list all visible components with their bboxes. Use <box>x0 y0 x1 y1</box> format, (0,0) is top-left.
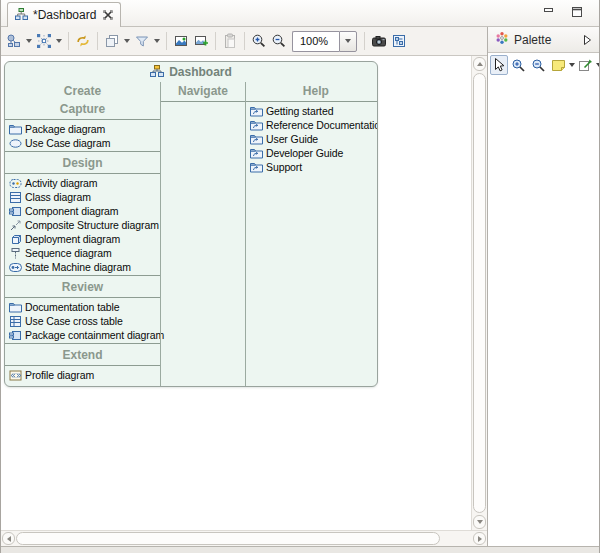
zoom-level-dropdown-icon[interactable] <box>339 31 357 52</box>
dashboard-item[interactable]: Profile diagram <box>5 368 160 382</box>
dashboard-item-label: Profile diagram <box>25 369 94 381</box>
composite-icon <box>8 220 22 231</box>
zoom-level-value[interactable]: 100% <box>292 31 339 52</box>
dashboard-item[interactable]: Composite Structure diagram <box>5 218 160 232</box>
horizontal-scrollbar-thumb[interactable] <box>16 532 440 545</box>
toolbar-separator <box>215 32 216 50</box>
dashboard-item[interactable]: Sequence diagram <box>5 246 160 260</box>
palette-collapse-icon[interactable] <box>583 34 592 46</box>
horizontal-scrollbar[interactable] <box>1 530 487 546</box>
vertical-scrollbar-thumb[interactable] <box>473 73 486 513</box>
maximize-view-button[interactable] <box>571 6 583 18</box>
dashboard-item[interactable]: Activity diagram <box>5 176 160 190</box>
dashboard-icon <box>150 65 164 80</box>
dashboard-item[interactable]: Developer Guide <box>246 146 378 160</box>
usecase-icon <box>8 138 22 149</box>
toolbar-separator <box>97 32 98 50</box>
dashboard-columns: CreateCapturePackage diagramUse Case dia… <box>5 82 377 386</box>
dashboard-item[interactable]: User Guide <box>246 132 378 146</box>
dashboard-column-navigate: Navigate <box>160 82 245 386</box>
dashboard-item[interactable]: Use Case diagram <box>5 136 160 150</box>
help-folder-icon <box>249 120 263 131</box>
align-icon[interactable] <box>34 30 54 52</box>
palette-title: Palette <box>514 33 551 47</box>
dashboard-item-label: State Machine diagram <box>25 261 131 273</box>
dashboard-item[interactable]: Support <box>246 160 378 174</box>
palette-icon <box>495 31 509 48</box>
view-window-buttons <box>543 0 599 18</box>
diagram-view-icon[interactable] <box>389 30 409 52</box>
folder-icon <box>8 124 22 135</box>
filter-dropdown-icon[interactable] <box>152 30 162 52</box>
toolbar-separator <box>68 32 69 50</box>
link-tool-dropdown-icon[interactable] <box>596 63 600 67</box>
tab-close-icon[interactable] <box>103 10 113 20</box>
column-header-navigate: Navigate <box>161 82 245 100</box>
selection-tool[interactable] <box>490 55 508 75</box>
dashboard-item[interactable]: Documentation table <box>5 300 160 314</box>
editor-tab-dashboard[interactable]: *Dashboard <box>7 2 121 27</box>
arrange-dropdown-icon[interactable] <box>24 30 34 52</box>
diagram-canvas[interactable]: Dashboard CreateCapturePackage diagramUs… <box>1 56 471 530</box>
zoom-out-tool[interactable] <box>529 55 548 75</box>
dashboard-item-label: Getting started <box>266 105 333 117</box>
column-header-help: Help <box>246 82 378 100</box>
dashboard-item[interactable]: Class diagram <box>5 190 160 204</box>
dashboard-item[interactable]: Use Case cross table <box>5 314 160 328</box>
horizontal-scrollbar-track[interactable] <box>16 532 472 545</box>
zoom-in-icon[interactable] <box>249 30 269 52</box>
dashboard-item[interactable]: Deployment diagram <box>5 232 160 246</box>
camera-icon[interactable] <box>369 30 389 52</box>
vertical-scrollbar[interactable] <box>471 56 487 530</box>
zoom-out-icon[interactable] <box>269 30 289 52</box>
dashboard-item[interactable]: State Machine diagram <box>5 260 160 274</box>
section-separator <box>5 343 160 344</box>
dashboard-item[interactable]: Package diagram <box>5 122 160 136</box>
help-folder-icon <box>249 162 263 173</box>
help-folder-icon <box>249 134 263 145</box>
class-icon <box>8 192 22 203</box>
tab-title: *Dashboard <box>33 8 96 22</box>
dashboard-tab-icon <box>15 8 28 23</box>
dashboard-item[interactable]: Reference Documentation <box>246 118 378 132</box>
column-header-create: Create <box>5 82 160 100</box>
section-separator <box>5 275 160 276</box>
dashboard-item-label: Composite Structure diagram <box>25 219 159 231</box>
zoom-in-tool[interactable] <box>509 55 528 75</box>
dashboard-item-label: Developer Guide <box>266 147 343 159</box>
note-tool-dropdown-icon[interactable] <box>569 63 575 67</box>
zoom-level-combo[interactable]: 100% <box>292 31 357 52</box>
scroll-right-button[interactable] <box>473 532 486 545</box>
scroll-down-button[interactable] <box>473 515 486 529</box>
sync-icon[interactable] <box>73 30 93 52</box>
arrange-icon[interactable] <box>4 30 24 52</box>
align-dropdown-icon[interactable] <box>54 30 64 52</box>
dashboard-item[interactable]: Package containment diagram <box>5 328 160 342</box>
palette-header[interactable]: Palette <box>488 27 599 53</box>
folder-icon <box>8 302 22 313</box>
section-separator <box>5 365 160 366</box>
paste-icon[interactable] <box>220 30 240 52</box>
scroll-up-button[interactable] <box>473 57 486 71</box>
dashboard-item-label: User Guide <box>266 133 318 145</box>
duplicate-icon[interactable] <box>102 30 122 52</box>
filter-icon[interactable] <box>132 30 152 52</box>
link-tool[interactable] <box>576 55 595 75</box>
dashboard-panel-title: Dashboard <box>5 62 377 82</box>
dashboard-item[interactable]: Getting started <box>246 104 378 118</box>
profile-icon <box>8 370 22 381</box>
scroll-left-button[interactable] <box>2 532 15 545</box>
minimize-view-button[interactable] <box>543 6 555 18</box>
duplicate-dropdown-icon[interactable] <box>122 30 132 52</box>
note-tool[interactable] <box>549 55 568 75</box>
section-header-extend: Extend <box>5 346 160 364</box>
dashboard-item-label: Use Case cross table <box>25 315 123 327</box>
dashboard-item-label: Documentation table <box>25 301 119 313</box>
palette-body[interactable] <box>488 77 599 546</box>
dashboard-column-help: HelpGetting startedReference Documentati… <box>245 82 378 386</box>
save-as-image-icon[interactable] <box>191 30 211 52</box>
papyrus-editor-window: *Dashboard <box>0 0 600 553</box>
copy-as-image-icon[interactable] <box>171 30 191 52</box>
help-folder-icon <box>249 148 263 159</box>
dashboard-item[interactable]: Component diagram <box>5 204 160 218</box>
